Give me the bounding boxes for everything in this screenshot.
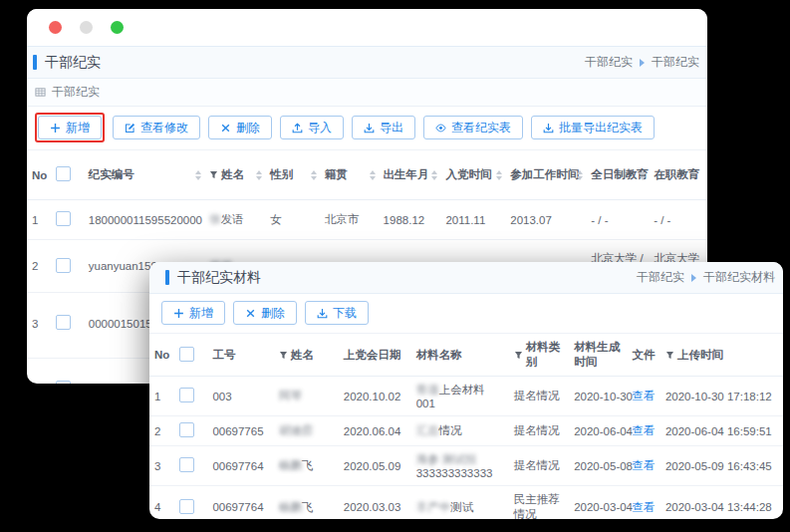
table-grid-icon	[35, 87, 46, 98]
add-button[interactable]: 新增	[161, 301, 225, 325]
redacted-text: 杨鹏	[279, 459, 302, 471]
column-label: 姓名	[209, 167, 244, 182]
highlight-annotation: 新增	[35, 113, 105, 142]
redacted-text: 张	[209, 213, 221, 225]
filter-icon	[279, 351, 288, 360]
breadcrumb-item-current: 干部纪实	[652, 54, 699, 71]
column-header-onjob_edu: 在职教育	[649, 150, 707, 200]
view-file-link[interactable]: 查看	[633, 459, 656, 471]
column-header-material_type[interactable]: 材料类别	[509, 334, 569, 377]
sort-icon[interactable]	[577, 170, 583, 180]
import-button[interactable]: 导入	[280, 116, 344, 139]
cell-no: 3	[27, 293, 51, 359]
column-header-name[interactable]: 姓名	[274, 334, 339, 377]
row-checkbox[interactable]	[56, 381, 71, 384]
row-checkbox[interactable]	[56, 211, 71, 226]
column-header-name[interactable]: 姓名	[204, 150, 265, 200]
column-header-fulltime_edu[interactable]: 全日制教育	[586, 150, 649, 200]
cell-meeting_date: 2020.06.04	[339, 416, 411, 446]
sort-icon[interactable]	[640, 170, 646, 180]
button-label: 下载	[333, 307, 357, 319]
button-label: 导出	[380, 122, 403, 133]
column-header-birth_date[interactable]: 出生年月	[379, 150, 441, 200]
cell-gen_date: 2020-05-08	[569, 446, 627, 486]
column-header-party_date[interactable]: 入党时间	[440, 150, 505, 200]
download-button[interactable]: 下载	[305, 301, 369, 325]
column-header-upload_time[interactable]: 上传时间	[660, 334, 783, 377]
batch-export-record-table-button[interactable]: 批量导出纪实表	[531, 116, 655, 139]
cell-no: 1	[149, 377, 174, 416]
button-label: 新增	[66, 122, 90, 133]
view-edit-button[interactable]: 查看修改	[113, 116, 200, 139]
column-label: 材料类别	[514, 340, 564, 370]
cell-record_id: 180000011595520000	[84, 200, 205, 240]
cell-no: 2	[27, 240, 51, 293]
row-checkbox[interactable]	[179, 422, 194, 437]
cell-name: 胡迪弈	[274, 416, 339, 446]
column-header-native_place[interactable]: 籍贯	[320, 150, 379, 200]
cell-text: 飞	[302, 459, 314, 471]
cell-text: 飞	[302, 501, 314, 513]
column-header-material_name: 材料名称	[411, 334, 509, 377]
cell-no: 2	[149, 416, 174, 446]
breadcrumb-item-current: 干部纪实材料	[703, 269, 775, 286]
select-all-checkbox[interactable]	[56, 166, 71, 181]
minimize-button[interactable]	[80, 21, 93, 34]
upload-icon	[292, 123, 303, 133]
row-checkbox[interactable]	[56, 315, 71, 330]
page-title-text: 干部纪实	[45, 54, 101, 72]
breadcrumb-item[interactable]: 干部纪实	[585, 54, 633, 71]
view-file-link[interactable]: 查看	[633, 424, 656, 436]
column-label: 纪实编号	[89, 167, 134, 182]
cell-checkbox	[174, 486, 207, 520]
view-record-table-button[interactable]: 查看纪实表	[423, 116, 523, 139]
row-checkbox[interactable]	[179, 457, 194, 472]
cell-meeting_date: 2020.05.09	[339, 446, 411, 486]
close-button[interactable]	[49, 21, 62, 34]
close-icon	[220, 123, 231, 133]
sort-icon[interactable]	[370, 170, 376, 180]
row-checkbox[interactable]	[56, 258, 71, 273]
section-bar: 干部纪实	[27, 79, 707, 107]
sort-icon[interactable]	[195, 170, 201, 180]
maximize-button[interactable]	[111, 21, 124, 34]
row-checkbox[interactable]	[179, 499, 194, 514]
cell-no: 4	[149, 486, 174, 520]
column-header-checkbox[interactable]	[174, 334, 207, 377]
table-row: 400697764杨鹏飞2020.03.03丰产中测试民主推荐情况2020-03…	[149, 486, 783, 520]
button-label: 新增	[189, 307, 213, 319]
row-checkbox[interactable]	[179, 388, 194, 402]
delete-button[interactable]: 删除	[233, 301, 297, 325]
redacted-text: 杨鹏	[279, 501, 302, 513]
select-all-checkbox[interactable]	[179, 347, 194, 362]
cell-meeting_date: 2020.10.02	[339, 377, 411, 416]
cell-birth_date: 1988.12	[379, 200, 441, 240]
cell-emp_id: 00697764	[207, 446, 274, 486]
column-header-gender[interactable]: 性别	[265, 150, 320, 200]
cell-upload_time: 2020-03-04 13:44:28	[660, 486, 783, 520]
column-label: 文件	[633, 348, 656, 363]
delete-button[interactable]: 删除	[208, 116, 272, 139]
column-header-work_date[interactable]: 参加工作时间	[505, 150, 586, 200]
column-label: 入党时间	[445, 167, 491, 182]
table-row: 300697764杨鹏飞2020.05.09海参 测试恒333333333333…	[149, 446, 783, 486]
sort-icon[interactable]	[256, 170, 262, 180]
column-header-record_id[interactable]: 纪实编号	[84, 150, 205, 200]
view-file-link[interactable]: 查看	[633, 390, 656, 401]
view-file-link[interactable]: 查看	[633, 501, 656, 513]
eye-icon	[435, 123, 446, 133]
sort-icon[interactable]	[496, 170, 502, 180]
sort-icon[interactable]	[311, 170, 317, 180]
breadcrumb-item[interactable]: 干部纪实	[637, 269, 684, 286]
sort-icon[interactable]	[431, 170, 437, 180]
column-header-checkbox[interactable]	[51, 150, 83, 200]
cell-upload_time: 2020-05-09 16:43:45	[660, 446, 783, 486]
cell-file: 查看	[628, 486, 660, 520]
filter-icon	[514, 351, 523, 360]
add-button[interactable]: 新增	[38, 116, 102, 139]
cell-upload_time: 2020-10-30 17:18:12	[660, 377, 783, 416]
table-header-row: No纪实编号姓名性别籍贯出生年月入党时间参加工作时间全日制教育在职教育	[27, 150, 707, 200]
download-icon	[364, 123, 375, 133]
column-header-no: No	[27, 150, 51, 200]
export-button[interactable]: 导出	[352, 116, 415, 139]
